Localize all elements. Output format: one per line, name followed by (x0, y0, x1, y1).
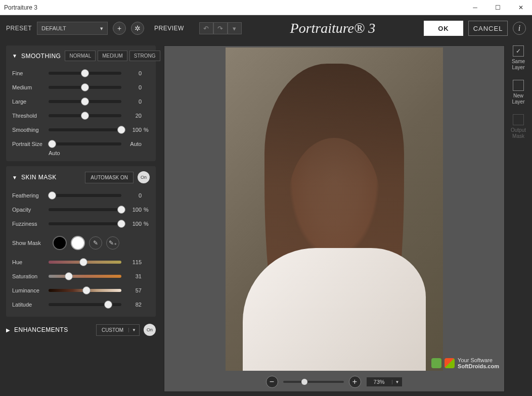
slider-value: 115 (127, 259, 142, 265)
controls-panel: ▼ SMOOTHING NORMAL MEDIUM STRONG Fine 0 … (0, 41, 162, 396)
slider-track[interactable] (49, 261, 121, 264)
slider-thumb[interactable] (79, 258, 87, 266)
watermark-line1: Your Software (458, 357, 499, 363)
minimize-button[interactable]: ─ (464, 0, 486, 15)
slider-label: Hue (12, 259, 49, 265)
slider-label: Saturation (12, 273, 49, 279)
mask-color-black[interactable] (53, 236, 67, 250)
zoom-in-button[interactable]: + (349, 376, 361, 388)
preset-dropdown[interactable]: DEFAULT ▾ (37, 22, 108, 35)
slider-track[interactable] (49, 194, 121, 197)
smoothing-slider-portrait size: Portrait Size Auto (12, 137, 150, 151)
slider-thumb[interactable] (117, 126, 125, 134)
expand-icon[interactable]: ▶ (6, 327, 10, 333)
slider-thumb[interactable] (81, 83, 89, 91)
portrait-image (226, 47, 443, 371)
preview-label: PREVIEW (154, 25, 184, 32)
add-preset-button[interactable]: + (113, 22, 126, 35)
slider-label: Portrait Size (12, 141, 49, 147)
chevron-down-icon: ▾ (233, 25, 236, 32)
slider-thumb[interactable] (117, 220, 125, 228)
redo-button[interactable]: ↷ (213, 22, 228, 34)
slider-thumb[interactable] (104, 301, 112, 309)
undo-button[interactable]: ↶ (199, 22, 213, 34)
slider-track[interactable] (49, 114, 121, 117)
slider-thumb[interactable] (81, 112, 89, 120)
gear-icon: ✲ (135, 24, 141, 32)
slider-label: Fine (12, 70, 49, 76)
eyedropper-add-button[interactable]: ✎₊ (106, 236, 119, 250)
slider-label: Luminance (12, 287, 49, 293)
preview-canvas[interactable]: Your Software SoftDroids.com (164, 46, 504, 372)
slider-value: 0 (127, 84, 142, 90)
skinmask-slider-latitude: Latitude 82 (12, 298, 150, 312)
slider-thumb[interactable] (48, 191, 56, 200)
info-button[interactable]: i (513, 22, 526, 35)
ok-button[interactable]: OK (424, 21, 463, 36)
slider-track[interactable] (49, 128, 121, 131)
eyedropper-button[interactable]: ✎ (89, 236, 102, 250)
collapse-icon[interactable]: ▼ (12, 53, 17, 59)
smoothing-slider-smoothing: Smoothing 100 % (12, 123, 150, 137)
history-dropdown[interactable]: ▾ (228, 22, 242, 34)
slider-thumb[interactable] (117, 206, 125, 214)
automask-button[interactable]: AUTOMASK ON (85, 172, 134, 183)
preset-settings-button[interactable]: ✲ (131, 22, 144, 35)
window-titlebar: Portraiture 3 ─ ☐ ✕ (0, 0, 532, 15)
zoom-percent-dropdown[interactable]: 73% ▼ (366, 377, 403, 387)
slider-track[interactable] (49, 142, 121, 145)
new-layer-label: New Layer (507, 93, 530, 105)
smoothing-slider-large: Large 0 (12, 94, 150, 109)
enhancements-on-toggle[interactable]: On (144, 324, 156, 336)
zoom-thumb[interactable] (301, 379, 307, 385)
cancel-button[interactable]: CANCEL (468, 21, 508, 36)
skinmask-title: SKIN MASK (21, 174, 81, 181)
slider-track[interactable] (49, 289, 121, 292)
slider-thumb[interactable] (81, 69, 89, 77)
slider-label: Feathering (12, 192, 49, 199)
mask-color-white[interactable] (71, 236, 85, 250)
slider-track[interactable] (49, 86, 121, 89)
smoothing-slider-threshold: Threshold 20 (12, 109, 150, 123)
slider-thumb[interactable] (48, 140, 56, 148)
slider-track[interactable] (49, 303, 121, 306)
skinmask-slider-feathering: Feathering 0 (12, 188, 150, 203)
slider-track[interactable] (49, 275, 121, 278)
level-strong-button[interactable]: STRONG (129, 51, 160, 61)
slider-track[interactable] (49, 72, 121, 75)
slider-label: Smoothing (12, 127, 49, 133)
collapse-icon[interactable]: ▼ (12, 175, 17, 180)
slider-unit: % (142, 207, 150, 213)
slider-thumb[interactable] (81, 97, 89, 106)
slider-label: Medium (12, 84, 49, 90)
output-mask-option[interactable]: Output Mask (507, 114, 530, 139)
slider-track[interactable] (49, 208, 121, 211)
zoom-out-button[interactable]: − (266, 376, 278, 388)
slider-value: 100 (127, 207, 142, 213)
slider-value: 31 (127, 273, 142, 279)
slider-thumb[interactable] (82, 286, 91, 294)
skinmask-on-toggle[interactable]: On (138, 171, 150, 183)
slider-unit: % (142, 127, 150, 133)
slider-label: Latitude (12, 302, 49, 308)
window-title: Portraiture 3 (4, 4, 464, 11)
slider-value: 0 (127, 98, 142, 105)
skinmask-slider-luminance: Luminance 57 (12, 283, 150, 298)
slider-track[interactable] (49, 222, 121, 225)
same-layer-option[interactable]: ✓ Same Layer (507, 45, 530, 71)
level-medium-button[interactable]: MEDIUM (98, 51, 127, 61)
slider-thumb[interactable] (65, 272, 73, 280)
enhancements-section: ▶ ENHANCEMENTS CUSTOM ▼ On (6, 322, 156, 338)
preview-area: Your Software SoftDroids.com − + 73% ▼ (164, 45, 505, 392)
zoom-slider[interactable] (283, 381, 344, 383)
level-normal-button[interactable]: NORMAL (65, 51, 96, 61)
checkbox-checked-icon: ✓ (513, 45, 524, 57)
enhancements-mode-dropdown[interactable]: CUSTOM ▼ (96, 324, 140, 336)
slider-track[interactable] (49, 100, 121, 103)
preset-label: PRESET (6, 25, 32, 32)
chevron-down-icon: ▼ (392, 380, 403, 384)
maximize-button[interactable]: ☐ (486, 0, 509, 15)
close-button[interactable]: ✕ (509, 0, 532, 15)
new-layer-option[interactable]: New Layer (507, 80, 530, 105)
chevron-down-icon: ▼ (128, 328, 139, 332)
